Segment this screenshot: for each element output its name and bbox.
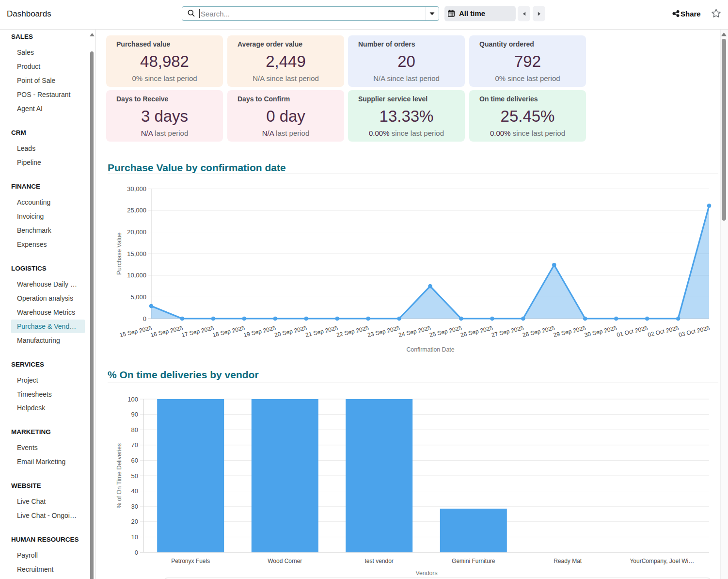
- svg-text:15 Sep 2025: 15 Sep 2025: [119, 324, 153, 338]
- svg-text:23 Sep 2025: 23 Sep 2025: [367, 324, 401, 338]
- svg-text:22 Sep 2025: 22 Sep 2025: [336, 324, 370, 338]
- svg-text:Purchase Value: Purchase Value: [116, 232, 123, 274]
- svg-text:Ready Mat: Ready Mat: [554, 558, 582, 564]
- svg-text:10: 10: [131, 533, 138, 541]
- svg-text:Wood Corner: Wood Corner: [268, 558, 302, 564]
- svg-text:03 Oct 2025: 03 Oct 2025: [678, 324, 711, 338]
- svg-text:0: 0: [135, 549, 138, 556]
- svg-text:16 Sep 2025: 16 Sep 2025: [150, 324, 184, 338]
- svg-text:60: 60: [131, 457, 138, 464]
- svg-text:50: 50: [131, 472, 138, 480]
- svg-text:02 Oct 2025: 02 Oct 2025: [647, 324, 680, 338]
- svg-text:25,000: 25,000: [127, 207, 146, 214]
- svg-text:Confirmation Date: Confirmation Date: [406, 346, 454, 353]
- svg-text:19 Sep 2025: 19 Sep 2025: [243, 324, 277, 338]
- svg-text:29 Sep 2025: 29 Sep 2025: [553, 324, 586, 338]
- svg-text:17 Sep 2025: 17 Sep 2025: [181, 324, 215, 338]
- svg-text:70: 70: [131, 441, 138, 449]
- svg-text:20,000: 20,000: [127, 228, 146, 236]
- svg-text:25 Sep 2025: 25 Sep 2025: [429, 324, 463, 338]
- svg-text:40: 40: [131, 487, 138, 495]
- svg-text:90: 90: [131, 411, 138, 418]
- svg-text:% of On Time Deliveries: % of On Time Deliveries: [116, 443, 123, 508]
- svg-text:5,000: 5,000: [130, 293, 146, 301]
- svg-text:30 Sep 2025: 30 Sep 2025: [584, 324, 617, 338]
- svg-text:24 Sep 2025: 24 Sep 2025: [398, 324, 432, 338]
- svg-text:27 Sep 2025: 27 Sep 2025: [491, 324, 525, 338]
- svg-text:20 Sep 2025: 20 Sep 2025: [274, 324, 308, 338]
- svg-text:21 Sep 2025: 21 Sep 2025: [305, 324, 339, 338]
- svg-text:Petronyx Fuels: Petronyx Fuels: [171, 558, 210, 564]
- svg-text:20: 20: [131, 518, 138, 525]
- svg-text:Vendors: Vendors: [415, 570, 437, 577]
- svg-text:80: 80: [131, 426, 138, 434]
- svg-text:test vendor: test vendor: [365, 558, 394, 564]
- svg-text:100: 100: [127, 396, 138, 403]
- svg-text:01 Oct 2025: 01 Oct 2025: [616, 324, 649, 338]
- svg-text:30: 30: [131, 503, 138, 510]
- svg-text:28 Sep 2025: 28 Sep 2025: [522, 324, 556, 338]
- svg-text:YourCompany, Joel Wi…: YourCompany, Joel Wi…: [630, 558, 694, 564]
- svg-text:18 Sep 2025: 18 Sep 2025: [212, 324, 246, 338]
- svg-text:30,000: 30,000: [127, 185, 146, 193]
- svg-text:15,000: 15,000: [127, 250, 146, 257]
- svg-text:0: 0: [143, 315, 146, 322]
- svg-text:26 Sep 2025: 26 Sep 2025: [460, 324, 494, 338]
- svg-text:Gemini Furniture: Gemini Furniture: [452, 558, 495, 564]
- svg-text:10,000: 10,000: [127, 272, 146, 279]
